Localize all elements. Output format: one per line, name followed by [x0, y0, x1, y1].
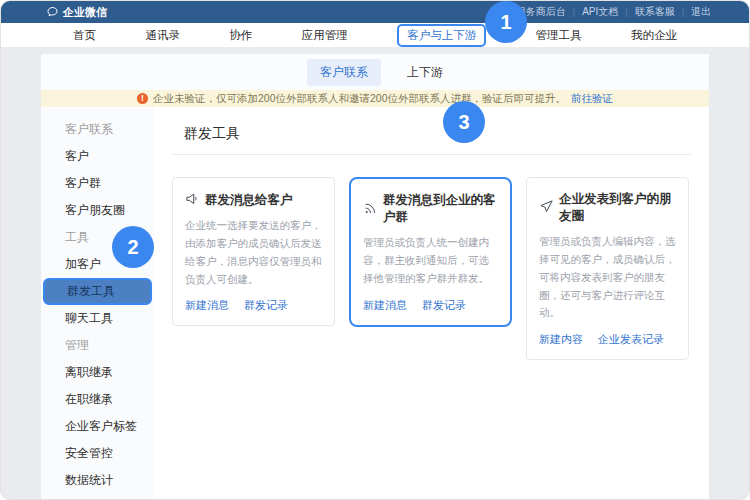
main-content: 群发工具 群发消息给客户 [154, 107, 709, 500]
nav-item-contacts[interactable]: 通讯录 [145, 28, 180, 43]
separator: | [625, 7, 627, 17]
nav-item-app-management[interactable]: 应用管理 [302, 28, 348, 43]
api-docs-link[interactable]: API文档 [582, 5, 618, 19]
sidebar-item-customer-tags[interactable]: 企业客户标签 [41, 413, 154, 440]
sidebar-item-data-statistics[interactable]: 数据统计 [41, 467, 154, 494]
card-links: 新建消息 群发记录 [185, 298, 322, 313]
sidebar-item-customer-moments[interactable]: 客户朋友圈 [41, 197, 154, 224]
title-divider [172, 154, 691, 155]
app-logo-text: 企业微信 [63, 5, 107, 20]
message-history-link[interactable]: 群发记录 [422, 298, 466, 313]
card-title: 群发消息给客户 [205, 192, 293, 209]
wework-admin-window: 企业微信 服务商后台 | API文档 | 联系客服 | 退出 首页 通讯录 协作… [0, 0, 750, 500]
sidebar-item-customers[interactable]: 客户 [41, 143, 154, 170]
card-title-row: 群发消息到企业的客户群 [363, 192, 498, 226]
annotation-badge-1: 1 [485, 1, 527, 43]
card-group-message-to-customers: 群发消息给客户 企业统一选择要发送的客户，由添加客户的成员确认后发送给客户，消息… [172, 177, 335, 326]
card-publish-to-customer-moments: 企业发表到客户的朋友圈 管理员或负责人编辑内容，选择可见的客户，成员确认后，可将… [526, 177, 689, 360]
panel-body: 客户联系 客户 客户群 客户朋友圈 工具 加客户 群发工具 聊天工具 管理 离职… [41, 107, 709, 500]
new-message-link[interactable]: 新建消息 [185, 298, 229, 313]
main-nav: 首页 通讯录 协作 应用管理 客户与上下游 管理工具 我的企业 [1, 23, 749, 47]
paper-plane-icon [539, 199, 554, 217]
logout-link[interactable]: 退出 [691, 5, 711, 19]
card-title-row: 企业发表到客户的朋友圈 [539, 191, 676, 225]
go-verify-link[interactable]: 前往验证 [571, 92, 613, 106]
card-title-row: 群发消息给客户 [185, 191, 322, 209]
card-description: 企业统一选择要发送的客户，由添加客户的成员确认后发送给客户，消息内容仅管理员和负… [185, 217, 322, 288]
separator: | [573, 7, 575, 17]
warning-icon: ! [137, 93, 148, 104]
sidebar-item-security-control[interactable]: 安全管控 [41, 440, 154, 467]
annotation-badge-2: 2 [112, 226, 154, 268]
nav-item-customers-updownstream[interactable]: 客户与上下游 [397, 24, 486, 47]
chat-bubble-icon [46, 6, 59, 18]
card-title: 群发消息到企业的客户群 [383, 192, 498, 226]
new-message-link[interactable]: 新建消息 [363, 298, 407, 313]
new-content-link[interactable]: 新建内容 [539, 332, 583, 347]
publish-history-link[interactable]: 企业发表记录 [598, 332, 664, 347]
separator: | [682, 7, 684, 17]
page: 客户联系 上下游 ! 企业未验证，仅可添加200位外部联系人和邀请200位外部联… [1, 47, 749, 500]
sidebar: 客户联系 客户 客户群 客户朋友圈 工具 加客户 群发工具 聊天工具 管理 离职… [41, 107, 154, 500]
sidebar-item-customer-groups[interactable]: 客户群 [41, 170, 154, 197]
tool-cards: 群发消息给客户 企业统一选择要发送的客户，由添加客户的成员确认后发送给客户，消息… [172, 177, 691, 360]
card-title: 企业发表到客户的朋友圈 [559, 191, 676, 225]
broadcast-icon [363, 200, 378, 218]
card-description: 管理员或负责人编辑内容，选择可见的客户，成员确认后，可将内容发表到客户的朋友圈，… [539, 233, 676, 322]
verification-notice-bar: ! 企业未验证，仅可添加200位外部联系人和邀请200位外部联系人进群，验证后即… [41, 90, 709, 107]
topbar-links: 服务商后台 | API文档 | 联系客服 | 退出 [516, 5, 711, 19]
sidebar-group-management: 管理 [41, 332, 154, 359]
card-links: 新建消息 群发记录 [363, 298, 498, 313]
tab-updownstream[interactable]: 上下游 [407, 64, 443, 81]
card-links: 新建内容 企业发表记录 [539, 332, 676, 347]
card-group-message-to-customer-groups: 群发消息到企业的客户群 管理员或负责人统一创建内容，群主收到通知后，可选择他管理… [349, 177, 512, 327]
sidebar-item-chat-tools[interactable]: 聊天工具 [41, 305, 154, 332]
sidebar-group-customer-contact: 客户联系 [41, 116, 154, 143]
sidebar-item-onjob-inheritance[interactable]: 在职继承 [41, 386, 154, 413]
app-logo: 企业微信 [46, 5, 107, 20]
content-panel: 客户联系 上下游 ! 企业未验证，仅可添加200位外部联系人和邀请200位外部联… [41, 54, 709, 500]
notice-text: 企业未验证，仅可添加200位外部联系人和邀请200位外部联系人进群，验证后即可提… [153, 92, 566, 106]
topbar: 企业微信 服务商后台 | API文档 | 联系客服 | 退出 [1, 1, 749, 23]
message-history-link[interactable]: 群发记录 [244, 298, 288, 313]
sidebar-item-group-messaging[interactable]: 群发工具 [43, 278, 152, 305]
nav-item-collaboration[interactable]: 协作 [229, 28, 252, 43]
megaphone-icon [185, 191, 200, 209]
nav-item-my-company[interactable]: 我的企业 [631, 28, 677, 43]
page-title: 群发工具 [184, 125, 691, 143]
subtab-bar: 客户联系 上下游 [41, 54, 709, 90]
contact-support-link[interactable]: 联系客服 [635, 5, 675, 19]
card-description: 管理员或负责人统一创建内容，群主收到通知后，可选择他管理的客户群并群发。 [363, 234, 498, 288]
annotation-badge-3: 3 [443, 101, 485, 143]
nav-item-home[interactable]: 首页 [73, 28, 96, 43]
tab-customer-contact[interactable]: 客户联系 [307, 59, 381, 86]
nav-item-management-tools[interactable]: 管理工具 [536, 28, 582, 43]
sidebar-item-resigned-inheritance[interactable]: 离职继承 [41, 359, 154, 386]
